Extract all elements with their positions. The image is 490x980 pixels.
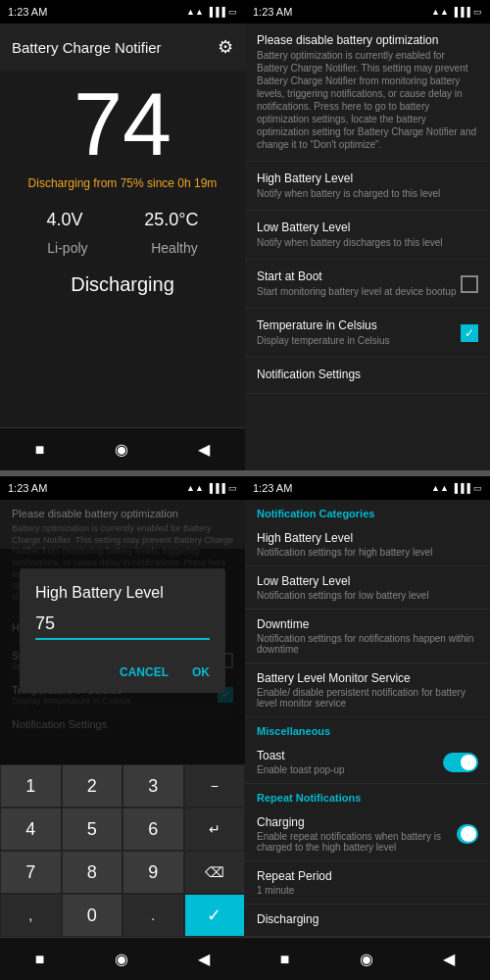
time-bl: 1:23 AM bbox=[8, 482, 47, 494]
key-minus[interactable]: − bbox=[184, 764, 246, 808]
discharge-text: Discharging from 75% since 0h 19m bbox=[28, 176, 218, 190]
misc-toast-title: Toast bbox=[257, 749, 345, 762]
setting-notification[interactable]: Notification Settings bbox=[245, 358, 490, 394]
repeat-discharging-title: Discharging bbox=[257, 912, 478, 926]
repeat-discharging[interactable]: Discharging bbox=[245, 905, 490, 937]
misc-toast[interactable]: Toast Enable toast pop-up bbox=[245, 741, 490, 784]
app-title: Battery Charge Notifier bbox=[12, 39, 162, 56]
setting-temp-celsius-title: Temperature in Celsius bbox=[257, 318, 390, 332]
back-button-tl[interactable]: ◀ bbox=[198, 440, 210, 459]
high-battery-dialog: High Battery Level CANCEL OK bbox=[20, 568, 225, 693]
key-6[interactable]: 6 bbox=[122, 808, 184, 851]
key-9[interactable]: 9 bbox=[122, 851, 184, 894]
stat-row-1: 4.0V 25.0°C bbox=[16, 210, 229, 230]
key-3[interactable]: 3 bbox=[122, 764, 184, 808]
setting-low-battery-title: Low Battery Level bbox=[257, 220, 478, 234]
settings-panel-top: 1:23 AM ▲▲ ▐▐▐ ▭ Please disable battery … bbox=[245, 0, 490, 470]
stop-button-bl[interactable]: ■ bbox=[35, 951, 45, 968]
dialog-actions: CANCEL OK bbox=[20, 656, 225, 693]
signal-icon-br: ▐▐▐ bbox=[452, 483, 470, 493]
key-dot[interactable]: . bbox=[122, 894, 184, 937]
stop-button-br[interactable]: ■ bbox=[280, 951, 290, 968]
voltage-stat: 4.0V bbox=[46, 210, 82, 230]
repeat-period-desc: 1 minute bbox=[257, 885, 478, 896]
key-row-3: 7 8 9 ⌫ bbox=[0, 851, 245, 894]
wifi-icon-r: ▲▲ bbox=[431, 7, 449, 17]
wifi-icon-br: ▲▲ bbox=[431, 483, 449, 493]
nav-bar-br: ■ ◉ ◀ bbox=[245, 937, 490, 980]
charging-toggle[interactable] bbox=[457, 824, 478, 844]
battery-icon-r: ▭ bbox=[473, 7, 482, 17]
gear-button[interactable]: ⚙ bbox=[218, 36, 233, 58]
key-comma[interactable]: , bbox=[0, 894, 62, 937]
high-battery-input[interactable] bbox=[35, 610, 210, 638]
ok-button[interactable]: OK bbox=[184, 660, 218, 685]
stop-button-tl[interactable]: ■ bbox=[35, 441, 45, 459]
dialog-input-container[interactable] bbox=[35, 610, 210, 640]
home-button-bl[interactable]: ◉ bbox=[115, 950, 128, 968]
temp-celsius-checkbox[interactable] bbox=[461, 324, 478, 342]
repeat-period-title: Repeat Period bbox=[257, 869, 478, 883]
time-br: 1:23 AM bbox=[253, 482, 292, 494]
toast-toggle[interactable] bbox=[443, 753, 478, 772]
settings-list-top: Please disable battery optimization Batt… bbox=[245, 24, 490, 470]
misc-toast-desc: Enable toast pop-up bbox=[257, 764, 345, 775]
chemistry-stat: Li-poly bbox=[47, 240, 87, 256]
back-button-br[interactable]: ◀ bbox=[443, 950, 455, 968]
cancel-button[interactable]: CANCEL bbox=[112, 660, 176, 685]
key-0[interactable]: 0 bbox=[62, 894, 123, 937]
repeat-charging[interactable]: Charging Enable repeat notifications whe… bbox=[245, 808, 490, 861]
status-bar-bl: 1:23 AM ▲▲ ▐▐▐ ▭ bbox=[0, 476, 245, 500]
battery-percent: 74 bbox=[74, 80, 172, 169]
key-backspace[interactable]: ⌫ bbox=[184, 851, 246, 894]
settings-panel-bottom: 1:23 AM ▲▲ ▐▐▐ ▭ Notification Categories… bbox=[245, 476, 490, 980]
key-row-2: 4 5 6 ↵ bbox=[0, 808, 245, 851]
dialog-overlay: High Battery Level CANCEL OK bbox=[0, 549, 245, 764]
home-button-br[interactable]: ◉ bbox=[360, 950, 373, 968]
temp-value: 25.0°C bbox=[144, 210, 198, 230]
status-bar-left: 1:23 AM ▲▲ ▐▐▐ ▭ bbox=[0, 0, 245, 24]
setting-low-battery[interactable]: Low Battery Level Notify when battery di… bbox=[245, 211, 490, 260]
temp-stat: 25.0°C bbox=[144, 210, 198, 230]
voltage-value: 4.0V bbox=[46, 210, 82, 230]
key-1[interactable]: 1 bbox=[0, 764, 62, 808]
setting-start-boot-title: Start at Boot bbox=[257, 270, 456, 283]
signal-icon-bl: ▐▐▐ bbox=[207, 483, 225, 493]
status-icons-left: ▲▲ ▐▐▐ ▭ bbox=[186, 7, 237, 17]
repeat-period[interactable]: Repeat Period 1 minute bbox=[245, 861, 490, 905]
notif-monitor-service[interactable]: Battery Level Monitor Service Enable/ di… bbox=[245, 663, 490, 717]
setting-battery-opt[interactable]: Please disable battery optimization Batt… bbox=[245, 24, 490, 162]
key-5[interactable]: 5 bbox=[62, 808, 123, 851]
start-boot-checkbox[interactable] bbox=[461, 275, 478, 293]
notification-settings-list: Notification Categories High Battery Lev… bbox=[245, 500, 490, 937]
notif-low-battery-title: Low Battery Level bbox=[257, 574, 478, 588]
misc-toast-text: Toast Enable toast pop-up bbox=[257, 749, 345, 775]
section-misc-title: Miscellaneous bbox=[245, 717, 490, 741]
key-7[interactable]: 7 bbox=[0, 851, 62, 894]
nav-bar-bl: ■ ◉ ◀ bbox=[0, 937, 245, 980]
time-left: 1:23 AM bbox=[8, 6, 47, 18]
key-2[interactable]: 2 bbox=[62, 764, 123, 808]
key-4[interactable]: 4 bbox=[0, 808, 62, 851]
notif-downtime-desc: Notification settings for notifications … bbox=[257, 633, 478, 655]
nav-bar-top-left: ■ ◉ ◀ bbox=[0, 427, 245, 470]
setting-start-boot-text: Start at Boot Start monitoring battery l… bbox=[257, 270, 456, 298]
setting-temp-celsius[interactable]: Temperature in Celsius Display temperatu… bbox=[245, 309, 490, 358]
notif-downtime[interactable]: Downtime Notification settings for notif… bbox=[245, 610, 490, 663]
repeat-charging-text: Charging Enable repeat notifications whe… bbox=[257, 815, 457, 853]
home-button-tl[interactable]: ◉ bbox=[115, 440, 128, 459]
notif-low-battery[interactable]: Low Battery Level Notification settings … bbox=[245, 566, 490, 610]
key-enter[interactable]: ↵ bbox=[184, 808, 246, 851]
key-8[interactable]: 8 bbox=[62, 851, 123, 894]
key-confirm[interactable]: ✓ bbox=[184, 894, 246, 937]
time-right: 1:23 AM bbox=[253, 6, 292, 18]
repeat-charging-desc: Enable repeat notifications when battery… bbox=[257, 831, 457, 853]
setting-high-battery[interactable]: High Battery Level Notify when battery i… bbox=[245, 162, 490, 211]
setting-temp-celsius-desc: Display temperature in Celsius bbox=[257, 334, 390, 347]
notif-downtime-title: Downtime bbox=[257, 617, 478, 631]
setting-start-boot[interactable]: Start at Boot Start monitoring battery l… bbox=[245, 260, 490, 309]
notif-high-battery[interactable]: High Battery Level Notification settings… bbox=[245, 523, 490, 566]
back-button-bl[interactable]: ◀ bbox=[198, 950, 210, 968]
section-notification-title: Notification Categories bbox=[245, 500, 490, 523]
app-header: Battery Charge Notifier ⚙ bbox=[0, 24, 245, 71]
